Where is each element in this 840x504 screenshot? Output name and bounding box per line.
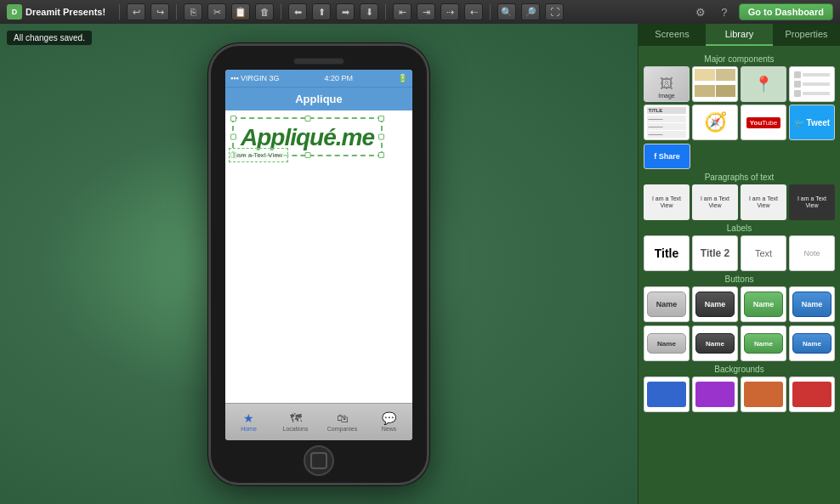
bg-blue[interactable] bbox=[644, 377, 690, 412]
comp-facebook[interactable]: f Share bbox=[644, 144, 690, 169]
align-center-button[interactable]: ⬆ bbox=[312, 3, 331, 20]
label-title[interactable]: Title bbox=[644, 235, 690, 271]
label-text-span: Text bbox=[755, 248, 772, 258]
indent-button[interactable]: ⇤ bbox=[393, 3, 411, 20]
cut-button[interactable]: ✂ bbox=[207, 3, 226, 20]
settings-icon[interactable]: ⚙ bbox=[691, 3, 710, 20]
tab-screens[interactable]: Screens bbox=[639, 24, 706, 46]
label-title2-text: Title 2 bbox=[701, 247, 729, 259]
gallery-cell-4 bbox=[716, 85, 736, 97]
labels-grid: Title Title 2 Text Note bbox=[644, 235, 835, 271]
toolbar: D Dreamit Presents! ↩ ↪ ⎘ ✂ 📋 🗑 ⬅ ⬆ ➡ ⬇ … bbox=[0, 0, 840, 24]
delete-button[interactable]: 🗑 bbox=[255, 3, 274, 20]
comp-titled-list[interactable]: TITLE ──── ──── ──── bbox=[644, 105, 690, 140]
tab-locations[interactable]: 🗺 Locations bbox=[272, 404, 319, 440]
text-view-3[interactable]: I am a Text View bbox=[741, 184, 786, 220]
gallery-cell-1 bbox=[695, 69, 715, 81]
tab-home[interactable]: ★ Home bbox=[225, 404, 272, 440]
list-row-bar-3 bbox=[803, 92, 831, 95]
comp-image[interactable]: 🖼 Image bbox=[644, 66, 690, 102]
align-bottom-button[interactable]: ⬇ bbox=[360, 3, 378, 20]
align-right-button[interactable]: ➡ bbox=[336, 3, 355, 20]
handle-rm[interactable] bbox=[378, 133, 384, 139]
app-title: Applique bbox=[295, 93, 343, 105]
btn-dark-lg-inner: Name bbox=[695, 292, 735, 317]
text-view-element[interactable]: I am a Text View bbox=[229, 148, 288, 162]
comp-gallery[interactable] bbox=[692, 66, 738, 102]
separator-2 bbox=[176, 4, 177, 20]
comp-list[interactable] bbox=[789, 66, 835, 102]
gallery-cell-2 bbox=[716, 69, 736, 81]
text-view-2[interactable]: I am a Text View bbox=[692, 184, 738, 220]
zoom-out-button[interactable]: 🔍 bbox=[497, 3, 516, 20]
tab-news[interactable]: 💬 News bbox=[366, 404, 412, 440]
outdent-button[interactable]: ⇥ bbox=[417, 3, 435, 20]
youtube-badge: YouTube bbox=[746, 117, 780, 128]
comp-youtube[interactable]: YouTube bbox=[741, 105, 786, 140]
btn-dark-lg[interactable]: Name bbox=[692, 286, 738, 322]
align-left-button[interactable]: ⬅ bbox=[288, 3, 307, 20]
bg-orange[interactable] bbox=[741, 377, 786, 412]
label-note-span: Note bbox=[803, 249, 820, 258]
bg-red[interactable] bbox=[789, 377, 835, 412]
list-row-bar bbox=[803, 73, 831, 76]
handle-bm[interactable] bbox=[304, 152, 310, 158]
separator-1 bbox=[119, 4, 120, 20]
label-text[interactable]: Text bbox=[741, 235, 786, 271]
text-views-grid: I am a Text View I am a Text View I am a… bbox=[644, 184, 835, 220]
text-view-4[interactable]: I am a Text View bbox=[789, 184, 835, 220]
go-dashboard-button[interactable]: Go to Dashboard bbox=[739, 3, 833, 20]
text-view-1[interactable]: I am a Text View bbox=[644, 184, 690, 220]
undo-button[interactable]: ↩ bbox=[127, 3, 145, 20]
tab-properties[interactable]: Properties bbox=[773, 24, 840, 46]
gallery-grid bbox=[693, 67, 737, 101]
phone-home-button[interactable] bbox=[304, 445, 334, 476]
label-note[interactable]: Note bbox=[789, 235, 835, 271]
locations-icon: 🗺 bbox=[290, 411, 302, 425]
ios-tabbar: ★ Home 🗺 Locations 🛍 Companies 💬 News bbox=[225, 403, 412, 440]
list-rows bbox=[792, 70, 832, 99]
handle-lm[interactable] bbox=[230, 133, 236, 139]
label-title-text: Title bbox=[655, 246, 679, 260]
app-content[interactable]: Appliqué.me I am a Text View bbox=[225, 110, 412, 403]
app-name: Dreamit Presents! bbox=[26, 7, 105, 17]
handle-br[interactable] bbox=[378, 152, 384, 158]
tab-library[interactable]: Library bbox=[706, 24, 773, 46]
btn-dark-sm[interactable]: Name bbox=[692, 326, 738, 361]
paste-button[interactable]: 📋 bbox=[231, 3, 250, 20]
comp-tweet[interactable]: 🐦 Tweet bbox=[789, 105, 835, 140]
btn-blue-lg[interactable]: Name bbox=[789, 286, 835, 322]
handle-tr[interactable] bbox=[378, 116, 384, 122]
zoom-in-button[interactable]: 🔎 bbox=[521, 3, 540, 20]
battery-icon: 🔋 bbox=[398, 74, 407, 82]
label-title2[interactable]: Title 2 bbox=[692, 235, 738, 271]
backgrounds-section-label: Backgrounds bbox=[644, 365, 835, 374]
bg-orange-swatch bbox=[744, 382, 784, 407]
phone-screen[interactable]: ▪▪▪ VIRGIN 3G 4:20 PM 🔋 Applique bbox=[225, 70, 412, 440]
comp-compass[interactable]: 🧭 bbox=[692, 105, 738, 140]
btn-gray-lg[interactable]: Name bbox=[644, 286, 690, 322]
bg-purple[interactable] bbox=[692, 377, 738, 412]
canvas-area[interactable]: All changes saved. ▪▪▪ VIRGIN 3G 4:20 PM… bbox=[0, 24, 638, 504]
text-views-label: Paragraphs of text bbox=[644, 173, 835, 182]
redo-button[interactable]: ↪ bbox=[150, 3, 169, 20]
major-components-label: Major components bbox=[644, 54, 835, 64]
btn-gray-sm[interactable]: Name bbox=[644, 326, 690, 361]
news-icon: 💬 bbox=[382, 411, 396, 425]
tab-news-label: News bbox=[382, 426, 397, 432]
comp-map[interactable]: 📍 bbox=[741, 66, 786, 102]
btn-green-lg[interactable]: Name bbox=[741, 286, 786, 322]
handle-tm[interactable] bbox=[304, 116, 310, 122]
btn-blue-sm-inner: Name bbox=[792, 333, 832, 354]
handle-tl[interactable] bbox=[230, 116, 236, 122]
indent2-button[interactable]: ⇢ bbox=[440, 3, 459, 20]
outdent2-button[interactable]: ⇠ bbox=[464, 3, 483, 20]
btn-green-sm[interactable]: Name bbox=[741, 326, 786, 361]
fullscreen-button[interactable]: ⛶ bbox=[545, 3, 564, 20]
help-icon[interactable]: ? bbox=[715, 3, 734, 20]
btn-blue-sm[interactable]: Name bbox=[789, 326, 835, 361]
home-button-inner bbox=[310, 452, 327, 469]
copy-button[interactable]: ⎘ bbox=[184, 3, 202, 20]
tab-companies[interactable]: 🛍 Companies bbox=[319, 404, 366, 440]
map-pin-icon: 📍 bbox=[754, 75, 773, 93]
